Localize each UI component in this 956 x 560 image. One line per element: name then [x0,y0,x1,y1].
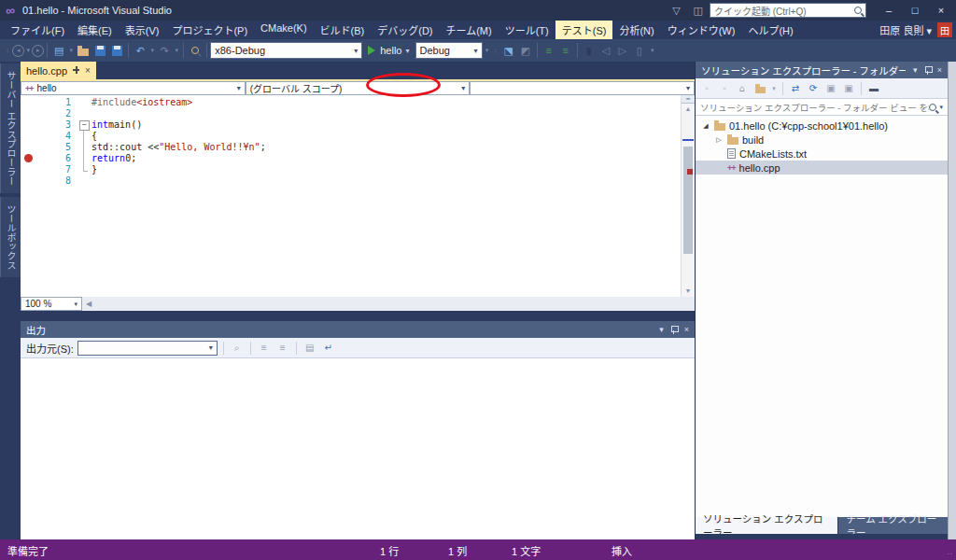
code-line[interactable]: 1#include <iostream> [21,97,681,108]
back-icon[interactable]: ◦ [699,81,714,96]
vertical-scrollbar[interactable]: ━ ▲ ▼ [681,95,695,297]
tool-tab-team-explorer[interactable]: チーム エクスプローラー [838,517,948,534]
user-account-button[interactable]: 田原 良則 ▾ [879,22,932,37]
forward-icon[interactable]: ◦ [717,81,732,96]
document-tab-hello-cpp[interactable]: hello.cpp × [21,62,96,79]
code-line[interactable]: 2 [21,108,681,119]
member-combo[interactable]: ▾ [470,81,695,95]
project-scope-combo[interactable]: ++ hello▾ [21,81,246,95]
tree-item-hello.cpp[interactable]: ++hello.cpp [696,161,948,175]
menu-item[interactable]: CMake(K) [254,21,314,39]
code-line[interactable]: 8 [21,175,681,187]
clear-bookmarks-icon[interactable]: ▯ [631,42,648,59]
sync-with-active-document-icon[interactable]: ⇄ [788,81,803,96]
horizontal-scrollbar[interactable] [95,297,695,311]
tree-item-build[interactable]: ▷build [696,133,948,147]
scrollbar-track[interactable] [682,115,695,286]
close-panel-icon[interactable]: × [684,325,689,334]
new-project-dropdown[interactable]: ▾ [67,42,75,59]
user-avatar[interactable]: 田 [937,22,952,37]
feedback-smiley-icon[interactable]: ▽ [672,5,680,17]
next-bookmark-icon[interactable]: ▷ [614,42,631,59]
tree-item-CMakeLists.txt[interactable]: CMakeLists.txt [696,147,948,161]
run-dropdown-icon[interactable]: ▾ [405,47,409,55]
breakpoint-margin[interactable] [21,97,35,108]
maximize-button[interactable]: □ [902,1,928,20]
pin-icon[interactable] [73,66,79,75]
navigate-to-icon[interactable]: ◩ [517,42,534,59]
menu-item[interactable]: プロジェクト(P) [165,21,254,39]
code-editor[interactable]: 1#include <iostream>23int main()4{5 std:… [21,95,695,297]
code-line[interactable]: 6 return 0; [21,153,681,164]
run-button[interactable]: hello ▾ [362,41,415,60]
search-options-dropdown[interactable]: ▾ [939,104,943,111]
navigate-back-icon[interactable]: ◂ [12,45,24,57]
split-editor-handle[interactable]: ━ [682,95,695,104]
next-message-icon[interactable]: ≡ [275,341,290,356]
minimize-button[interactable]: – [876,1,902,20]
close-button[interactable]: × [928,1,954,20]
redo-icon[interactable]: ↷ [156,42,173,59]
breakpoint-margin[interactable] [21,119,35,131]
window-position-dropdown-icon[interactable]: ▾ [913,65,918,75]
previous-bookmark-icon[interactable]: ◁ [598,42,614,59]
code-line[interactable]: 3int main() [21,119,681,131]
menu-item[interactable]: ビルド(B) [314,21,372,39]
breakpoint-margin[interactable] [21,131,35,142]
breakpoint-margin[interactable] [21,142,35,153]
send-feedback-icon[interactable]: ◫ [694,5,703,17]
zoom-level-combo[interactable]: 100 %▾ [21,297,82,311]
tool-tab-solution-explorer[interactable]: ソリューション エクスプローラー [696,517,837,534]
copy-path-icon[interactable]: ▣ [841,81,856,96]
find-message-icon[interactable]: ⌕ [230,341,245,356]
menu-item[interactable]: ファイル(F) [4,21,71,39]
configuration-combo[interactable]: x86-Debug▾ [210,42,362,59]
breakpoint-indicator[interactable] [21,153,35,164]
indent-icon[interactable]: ≡ [557,42,574,59]
switch-views-icon[interactable] [752,81,767,96]
quick-launch-input[interactable]: クイック起動 (Ctrl+Q) [710,3,866,18]
word-wrap-icon[interactable]: ↵ [321,341,336,356]
scrollbar-thumb[interactable] [683,147,693,254]
menu-item[interactable]: ツール(T) [499,21,555,39]
toolbar-grip[interactable]: ⁞ [495,47,498,55]
menu-item[interactable]: ヘルプ(H) [741,21,799,39]
undo-icon[interactable]: ↶ [132,42,148,59]
menu-item[interactable]: 分析(N) [612,21,660,39]
scope-combo[interactable]: (グローバル スコープ)▾ [246,81,471,95]
tab-close-icon[interactable]: × [85,65,91,76]
clear-all-icon[interactable]: ▤ [302,341,317,356]
open-folder-icon[interactable] [75,42,91,59]
panel-splitter[interactable] [21,311,695,321]
save-all-icon[interactable] [108,42,125,59]
code-lines[interactable]: 1#include <iostream>23int main()4{5 std:… [21,95,681,297]
menu-item[interactable]: 表示(V) [119,21,166,39]
switch-views-dropdown[interactable]: ▾ [770,81,778,96]
auto-hide-pin-icon[interactable] [671,326,677,334]
auto-hide-pin-icon[interactable] [925,66,930,75]
refresh-icon[interactable]: ⟳ [806,81,821,96]
solution-explorer-header[interactable]: ソリューション エクスプローラー - フォルダー ビュー ▾ × [696,62,948,78]
menu-item[interactable]: 編集(E) [71,21,119,39]
toolbar-grip[interactable]: ⁞ [7,47,9,55]
menu-item[interactable]: テスト(S) [555,21,613,39]
output-content[interactable] [21,358,695,539]
scroll-down-icon[interactable]: ▼ [682,286,695,297]
code-line[interactable]: 4{ [21,131,681,142]
undo-dropdown[interactable]: ▾ [148,42,156,59]
solution-explorer-search[interactable]: ソリューション エクスプローラー - フォルダー ビュー を検索 (Ctrl+;… [696,99,948,116]
breakpoint-margin[interactable] [21,175,35,187]
toolbar-overflow-icon[interactable]: ▾ [648,42,657,59]
new-project-icon[interactable]: ▤ [50,42,67,59]
previous-message-icon[interactable]: ≡ [257,341,272,356]
menu-item[interactable]: ウィンドウ(W) [661,21,742,39]
breakpoint-margin[interactable] [21,108,35,119]
bookmark-icon[interactable]: ▮ [581,42,598,59]
server-explorer-tab[interactable]: サーバー エクスプローラー [0,63,21,193]
expander-icon[interactable]: ◢ [701,122,710,130]
attach-search-icon[interactable] [187,42,204,59]
collapse-region-icon[interactable] [78,119,91,131]
code-line[interactable]: 5 std::cout << "Hello, World!!¥n"; [21,142,681,153]
save-icon[interactable] [91,42,108,59]
scroll-up-icon[interactable]: ▲ [682,104,695,115]
